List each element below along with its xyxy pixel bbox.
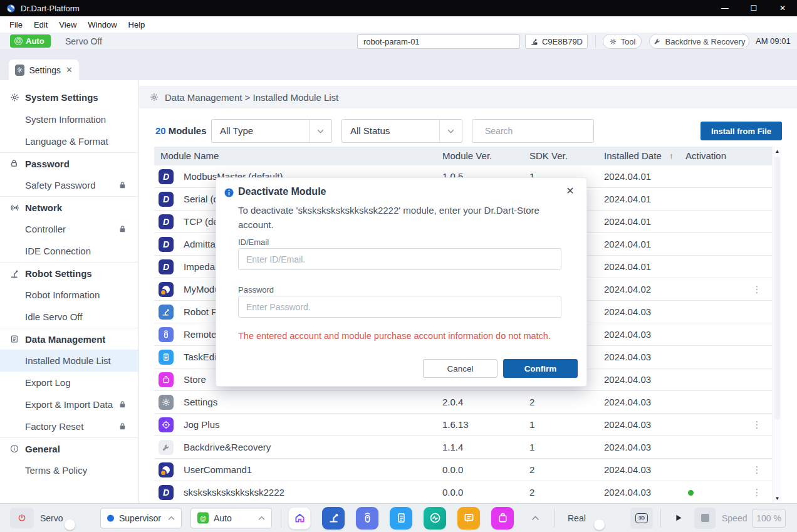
installed-date: 2024.04.01 [604, 256, 651, 278]
sidebar-item-idle-servo-off[interactable]: Idle Servo Off [0, 306, 138, 328]
speed-value[interactable]: 100 % [752, 509, 786, 528]
sidebar-item-robot-information[interactable]: Robot Information [0, 284, 138, 306]
col-installed-date[interactable]: Installed Date [604, 147, 662, 165]
tab-title: Settings [29, 65, 61, 75]
sidebar-item-factory-reset[interactable]: Factory Reset [0, 415, 138, 437]
3d-view-button[interactable]: 3D [630, 508, 653, 529]
tab-close-icon[interactable]: ✕ [66, 65, 73, 75]
sidebar-item-network[interactable]: Network [0, 196, 138, 218]
no-icon [9, 224, 20, 234]
search-input[interactable] [484, 125, 600, 137]
module-name: Settings [184, 391, 217, 414]
robot-settings-icon[interactable] [322, 507, 345, 529]
sidebar-item-label: General [25, 444, 60, 454]
password-input[interactable] [238, 296, 561, 318]
sidebar-item-language-format[interactable]: Language & Format [0, 130, 138, 152]
module-version: 0.0.0 [442, 481, 463, 504]
no-icon [9, 399, 20, 410]
deactivate-module-dialog: Deactivate Module ✕ To deactivate 'sksks… [216, 177, 587, 387]
row-menu-button[interactable]: ⋮ [749, 414, 764, 436]
chevron-up-icon [168, 516, 175, 520]
sidebar-item-system-information[interactable]: System Information [0, 108, 138, 130]
sdk-version: 1 [529, 436, 534, 459]
dialog-title: Deactivate Module [238, 186, 326, 197]
sidebar-item-export-import-data[interactable]: Export & Import Data [0, 394, 138, 415]
app-window: Dr.Dart-Platform — ☐ ✕ File Edit View Wi… [0, 0, 797, 532]
role-status-dot [107, 514, 114, 521]
tool-button[interactable]: Tool [603, 34, 642, 49]
monitoring-icon[interactable] [424, 507, 446, 529]
sidebar-item-installed-module-list[interactable]: Installed Module List [0, 350, 138, 372]
no-icon [9, 114, 20, 125]
servo-toggle-label: Servo [40, 513, 63, 523]
type-filter-select[interactable]: All Type [211, 119, 332, 143]
menu-view[interactable]: View [53, 20, 82, 29]
task-editor-icon[interactable] [390, 507, 412, 529]
menu-file[interactable]: File [4, 20, 28, 29]
play-button[interactable] [668, 508, 688, 528]
menu-window[interactable]: Window [82, 20, 122, 29]
minimize-button[interactable]: — [711, 0, 739, 16]
lock-icon [118, 180, 127, 190]
col-activation[interactable]: Activation [685, 147, 726, 165]
status-filter-select[interactable]: All Status [341, 119, 462, 143]
close-button[interactable]: ✕ [768, 0, 797, 16]
backdrive-recovery-button[interactable]: Backdrive & Recovery [649, 34, 749, 49]
real-toggle-label: Real [568, 513, 586, 523]
menu-help[interactable]: Help [123, 20, 151, 29]
user-module-icon [159, 282, 174, 297]
scroll-up-icon[interactable]: ▲ [773, 149, 781, 154]
scroll-down-icon[interactable]: ▼ [773, 496, 781, 501]
row-menu-button[interactable]: ⋮ [749, 278, 764, 301]
col-module-version[interactable]: Module Ver. [442, 147, 492, 165]
window-title: Dr.Dart-Platform [21, 4, 80, 13]
maximize-button[interactable]: ☐ [739, 0, 768, 16]
sidebar-item-system-settings[interactable]: System Settings [0, 86, 138, 108]
confirm-button[interactable]: Confirm [503, 359, 578, 378]
sidebar-item-terms-policy[interactable]: Terms & Policy [0, 459, 138, 481]
chevron-down-icon [309, 120, 331, 142]
sidebar-item-export-log[interactable]: Export Log [0, 372, 138, 394]
store-icon[interactable] [491, 507, 514, 529]
col-module-name[interactable]: Module Name [160, 147, 219, 165]
sidebar-item-ide-connection[interactable]: IDE Connection [0, 240, 138, 262]
table-scrollbar[interactable]: ▲ ▼ [773, 147, 781, 503]
d-module-icon: D [159, 237, 174, 252]
user-role-select[interactable]: Supervisor [100, 508, 182, 528]
network-icon [9, 202, 20, 213]
dock-collapse-icon[interactable] [531, 516, 539, 521]
table-header: Module Name Module Ver. SDK Ver. Install… [154, 147, 772, 165]
no-icon [9, 311, 20, 322]
remote-control-icon[interactable] [356, 507, 378, 529]
sidebar-item-controller[interactable]: Controller [0, 218, 138, 240]
sidebar-item-data-management[interactable]: Data Management [0, 328, 138, 350]
dialog-close-icon[interactable]: ✕ [564, 185, 576, 197]
cancel-button[interactable]: Cancel [423, 359, 497, 378]
scrollbar-thumb[interactable] [774, 157, 780, 420]
sidebar-item-robot-settings[interactable]: Robot Settings [0, 262, 138, 284]
sidebar-item-safety-password[interactable]: Safety Password [0, 174, 138, 196]
lock-icon [118, 400, 127, 409]
sidebar-item-password[interactable]: Password [0, 152, 138, 174]
operation-mode-select[interactable]: @ Auto [190, 508, 272, 528]
robot-serial-button[interactable]: C9E8B79D [525, 34, 588, 49]
home-icon[interactable] [288, 507, 311, 529]
tab-settings[interactable]: Settings ✕ [9, 60, 79, 80]
col-sdk-version[interactable]: SDK Ver. [529, 147, 568, 165]
bottom-divider [660, 509, 661, 528]
installed-date: 2024.04.02 [604, 278, 651, 301]
robot-param-field[interactable] [357, 34, 520, 49]
power-button[interactable] [10, 508, 34, 528]
sidebar-item-label: Robot Information [25, 289, 100, 300]
install-from-file-button[interactable]: Install from File [701, 122, 782, 140]
id-email-input[interactable] [238, 248, 561, 270]
sort-ascending-icon[interactable]: ↑ [669, 147, 674, 165]
row-menu-button[interactable]: ⋮ [749, 481, 764, 504]
row-menu-button[interactable]: ⋮ [749, 459, 764, 481]
stop-button[interactable] [694, 508, 716, 529]
sidebar-item-general[interactable]: General [0, 437, 138, 459]
log-icon[interactable] [457, 507, 480, 529]
installed-date: 2024.04.03 [604, 346, 651, 368]
menu-edit[interactable]: Edit [28, 20, 53, 29]
toolbar-divider [595, 35, 596, 48]
